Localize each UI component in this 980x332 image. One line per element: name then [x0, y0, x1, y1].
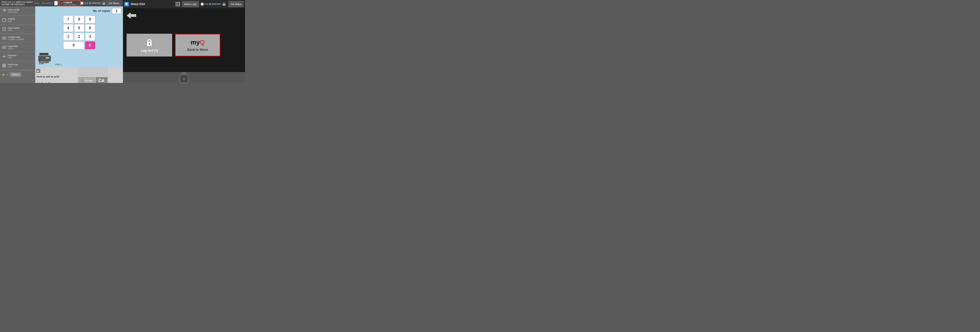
action-area: Preview CA B/W: [77, 67, 108, 83]
main-content-area: Colour Mode Full Colour Original Auto: [0, 6, 123, 83]
right-line-indicator: LINE: [201, 3, 208, 5]
preview-icon: [80, 79, 84, 83]
printer-graphic: A4: [37, 51, 53, 65]
favorites-button[interactable]: ★: [2, 72, 5, 77]
original-value: Auto: [8, 20, 15, 22]
line-indicator: LINE: [81, 2, 88, 5]
copy-ratio-setting[interactable]: Copy Ratio 100 %: [0, 43, 35, 52]
key-3[interactable]: 3: [85, 33, 95, 41]
sort-group-setting[interactable]: Sort/Group Auto: [0, 61, 35, 70]
quick-file-checkbox[interactable]: [37, 83, 40, 83]
panel-expand-button[interactable]: ▶: [36, 69, 40, 73]
sort-group-value: Auto: [8, 65, 18, 68]
exposure-value: Auto: [8, 56, 16, 59]
two-sided-icon: [2, 36, 6, 41]
logout-button[interactable]: ↩ Logout User Full Name ...: [59, 0, 81, 6]
myq-my-text: my: [191, 39, 200, 46]
quick-file-label: Quick File: [41, 82, 60, 83]
plain-label: Plain 1: [55, 63, 62, 65]
lock-icon: [145, 38, 153, 47]
svg-point-5: [3, 10, 5, 13]
svg-rect-25: [4, 65, 6, 67]
original-name: Original: [8, 18, 15, 20]
preview-ca-row: Preview CA: [78, 77, 107, 83]
svg-rect-6: [3, 18, 6, 22]
right-panel: 💬 Sharp OSA Admin Login LINE PRINTER Job…: [123, 0, 245, 83]
myq-logo: myQ: [191, 39, 205, 46]
myq-card-button[interactable]: myQ Back to Menu: [175, 34, 220, 56]
original-icon: [2, 18, 6, 22]
keypad-area: No. of copies 1 7 8 9 4 5 6 1 2 3 0 C: [35, 6, 123, 67]
original-setting[interactable]: Original Auto: [0, 16, 35, 25]
quick-file-option[interactable]: Quick File Store Data Temporarily: [36, 81, 76, 83]
job-status-button[interactable]: Job Status: [107, 0, 122, 6]
top-bar: Toner Low. (□□□□▣)(Do not replace cartri…: [0, 0, 123, 6]
key-9[interactable]: 9: [85, 16, 95, 23]
exposure-icon: [2, 54, 6, 59]
keypad-options-wrapper: No. of copies 1 7 8 9 4 5 6 1 2 3 0 C: [35, 6, 123, 83]
options-and-actions: ▶ Send as well as print Quick File Store…: [35, 67, 123, 83]
close-button[interactable]: ✕: [54, 1, 58, 5]
svg-rect-8: [3, 27, 5, 31]
admin-login-button[interactable]: Admin Login: [182, 1, 199, 7]
key-4[interactable]: 4: [63, 24, 73, 32]
osa-buttons-row: Log Out (7) myQ Back to Menu: [127, 22, 241, 69]
back-to-menu-label: Back to Menu: [187, 48, 208, 51]
key-2[interactable]: 2: [74, 33, 84, 41]
svg-rect-11: [2, 37, 4, 39]
printer-dot: [89, 2, 91, 4]
key-7[interactable]: 7: [63, 16, 73, 23]
send-as-well-option[interactable]: Send as well as print: [36, 75, 76, 79]
home-icon-right: ⌂: [183, 76, 185, 81]
file-retrieve-text: File retriev...: [42, 2, 53, 4]
printer-svg: A4: [37, 51, 53, 65]
svg-rect-1: [103, 2, 105, 3]
svg-text:A4: A4: [40, 63, 41, 64]
key-clear[interactable]: C: [85, 42, 95, 49]
copies-label: No. of copies: [93, 10, 110, 13]
copy-ratio-icon: [2, 45, 6, 49]
key-5[interactable]: 5: [74, 24, 84, 32]
preview-button[interactable]: Preview: [78, 77, 95, 83]
options-header: ▶: [36, 69, 76, 74]
svg-point-19: [5, 56, 6, 57]
home-button-right[interactable]: ⌂: [180, 74, 188, 83]
paper-select-value: Auto: [8, 29, 19, 32]
right-printer-icon: [222, 2, 226, 6]
right-printer-label: PRINTER: [212, 3, 221, 5]
printer-graphic-area: A4 Plain 1: [37, 51, 121, 65]
colour-mode-icon: [2, 9, 6, 13]
key-8[interactable]: 8: [74, 16, 84, 23]
bottom-icons-bar: ★ ✓ Others: [0, 70, 35, 79]
svg-point-21: [5, 56, 5, 57]
svg-rect-31: [46, 57, 49, 59]
colour-mode-value: Full Colour: [8, 11, 19, 13]
ca-button[interactable]: CA: [95, 77, 107, 83]
others-button[interactable]: Others: [10, 72, 21, 77]
logout-card-button[interactable]: Log Out (7): [127, 34, 172, 56]
two-sided-copy-setting[interactable]: 2-Sided Copy 1-Sided→1-Sided: [0, 34, 35, 43]
check-button[interactable]: ✓: [6, 72, 9, 77]
myq-q-text: Q: [200, 39, 205, 46]
right-job-status-button[interactable]: Job Status: [228, 1, 243, 7]
svg-rect-15: [4, 46, 6, 48]
home-bar-right: HOME ⌂: [123, 72, 245, 83]
back-arrow[interactable]: [127, 12, 136, 19]
key-1[interactable]: 1: [63, 33, 73, 41]
right-main-content: Log Out (7) myQ Back to Menu: [123, 8, 245, 72]
key-0[interactable]: 0: [63, 42, 84, 49]
send-as-well-label: Send as well as print: [37, 75, 59, 78]
exposure-setting[interactable]: Exposure Auto: [0, 52, 35, 61]
copies-value-display: 1: [112, 8, 121, 14]
key-6[interactable]: 6: [85, 24, 95, 32]
svg-point-36: [81, 80, 83, 81]
svg-rect-14: [2, 46, 4, 48]
copies-row: No. of copies 1: [37, 8, 121, 14]
svg-point-18: [3, 56, 3, 57]
right-top-bar: 💬 Sharp OSA Admin Login LINE PRINTER Job…: [123, 0, 245, 8]
grid-icon[interactable]: [175, 2, 180, 6]
colour-mode-setting[interactable]: Colour Mode Full Colour: [0, 6, 35, 16]
sort-group-name: Sort/Group: [8, 63, 18, 65]
paper-select-setting[interactable]: Paper Select Auto: [0, 25, 35, 34]
home-label-right: HOME: [182, 72, 186, 74]
